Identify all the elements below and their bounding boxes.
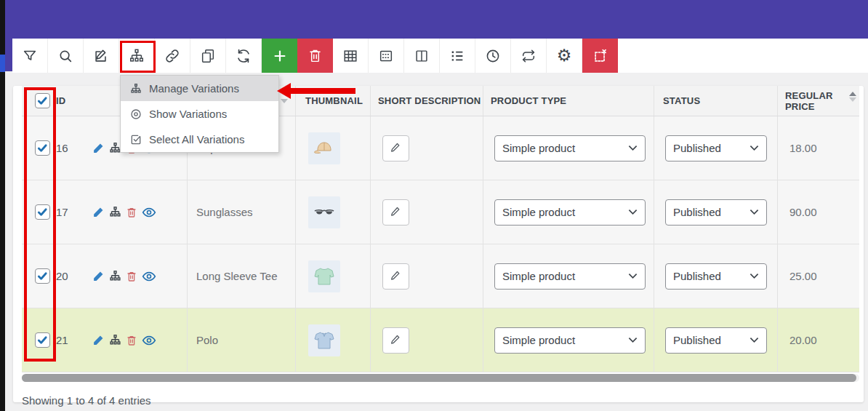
edit-description-button[interactable] [382, 135, 409, 161]
repeat-icon [521, 48, 537, 64]
polo-image [308, 324, 340, 356]
trash-icon [308, 48, 323, 63]
product-type-select[interactable]: Simple product [494, 199, 646, 226]
search-icon [57, 48, 73, 64]
clock-icon [485, 48, 501, 64]
columns-button[interactable] [404, 39, 440, 73]
chevron-down-icon [628, 337, 638, 343]
view-icon[interactable] [142, 333, 156, 348]
inline-edit-button[interactable] [369, 39, 404, 73]
status-select[interactable]: Published [665, 135, 767, 161]
add-product-button[interactable] [262, 39, 297, 73]
filter-button[interactable] [12, 39, 48, 73]
row-checkbox[interactable] [35, 332, 50, 348]
column-header-product-type[interactable]: PRODUCT TYPE [483, 86, 654, 116]
app-header [5, 0, 868, 39]
row-checkbox[interactable] [35, 268, 50, 284]
row-checkbox[interactable] [35, 204, 50, 220]
grid-icon [342, 48, 358, 64]
settings-button[interactable]: ⚙ [547, 39, 582, 73]
view-icon[interactable] [142, 269, 156, 284]
regular-price: 25.00 [778, 244, 859, 308]
menu-item-manage-variations[interactable]: Manage Variations [121, 76, 278, 101]
column-header-regular-price[interactable]: REGULAR PRICE [778, 86, 859, 116]
row-id: 21 [56, 334, 75, 346]
product-name: Sunglasses [188, 180, 296, 244]
edit-icon[interactable] [92, 270, 105, 282]
scrollbar-thumb[interactable] [22, 374, 856, 382]
refresh-button[interactable] [226, 39, 262, 73]
status-select[interactable]: Published [665, 263, 767, 290]
filter-icon [22, 48, 38, 64]
chevron-down-icon [628, 209, 638, 215]
gear-icon: ⚙ [557, 47, 572, 64]
cap-image [308, 132, 340, 164]
chevron-down-icon [750, 273, 759, 279]
edit-icon[interactable] [92, 142, 105, 154]
product-type-select[interactable]: Simple product [494, 135, 646, 161]
product-name: Long Sleeve Tee [188, 244, 296, 308]
chevron-down-icon [750, 145, 759, 151]
chevron-down-icon [750, 337, 759, 343]
view-icon[interactable] [142, 205, 156, 220]
status-select[interactable]: Published [665, 199, 767, 226]
history-button[interactable] [475, 39, 511, 73]
edit-description-button[interactable] [382, 327, 409, 354]
product-type-select[interactable]: Simple product [494, 263, 646, 290]
annotation-arrow-head [277, 83, 291, 99]
table-grid-button[interactable] [333, 39, 369, 73]
column-header-short-description[interactable]: SHORT DESCRIPTION [371, 86, 483, 116]
delete-button[interactable] [297, 39, 333, 73]
chevron-down-icon [628, 273, 638, 279]
edit-icon [93, 48, 109, 64]
menu-item-show-variations[interactable]: Show Variations [121, 101, 278, 127]
product-name: Polo [188, 308, 296, 372]
sitemap-icon [129, 48, 145, 64]
horizontal-scrollbar[interactable] [22, 374, 859, 382]
delete-icon[interactable] [126, 335, 137, 346]
variations-icon[interactable] [109, 206, 121, 218]
list-icon [449, 48, 465, 64]
link-button[interactable] [155, 39, 190, 73]
long-sleeve-tee-image [308, 260, 340, 292]
bulk-edit-button[interactable] [84, 39, 119, 73]
select-all-checkbox[interactable] [35, 93, 50, 108]
row-id: 20 [56, 270, 75, 282]
variations-icon[interactable] [109, 270, 121, 282]
variations-button[interactable] [119, 39, 155, 73]
check-square-icon [130, 134, 142, 145]
duplicate-button[interactable] [190, 39, 226, 73]
menu-item-select-all-variations[interactable]: Select All Variations [121, 127, 278, 152]
pencil-icon [390, 142, 402, 154]
eye-icon [130, 108, 142, 120]
row-checkbox[interactable] [35, 140, 50, 156]
entries-summary: Showing 1 to 4 of 4 entries [22, 394, 859, 407]
column-header-status[interactable]: STATUS [654, 86, 778, 116]
chevron-down-icon [628, 145, 638, 151]
regular-price: 90.00 [778, 180, 859, 244]
list-button[interactable] [440, 39, 475, 73]
edit-description-button[interactable] [382, 263, 409, 290]
edit-icon[interactable] [92, 206, 105, 218]
edit-icon[interactable] [92, 334, 105, 346]
chevron-down-icon [750, 209, 759, 215]
product-type-select[interactable]: Simple product [494, 327, 646, 354]
status-select[interactable]: Published [665, 327, 767, 354]
sync-button[interactable] [511, 39, 547, 73]
edit-description-button[interactable] [382, 199, 409, 226]
pencil-icon [390, 270, 402, 282]
link-icon [164, 48, 180, 64]
row-id: 16 [56, 142, 75, 154]
regular-price: 18.00 [778, 116, 859, 180]
copy-icon [200, 48, 216, 64]
sitemap-icon [130, 83, 142, 95]
toolbar: ⚙ [12, 39, 868, 73]
dashed-rows-icon [378, 48, 394, 64]
search-button[interactable] [48, 39, 84, 73]
variations-icon[interactable] [109, 334, 121, 346]
delete-icon[interactable] [126, 271, 137, 282]
refresh-icon [236, 48, 252, 64]
deselect-all-button[interactable] [582, 39, 618, 73]
sort-toggle-icon [849, 92, 856, 102]
delete-icon[interactable] [126, 207, 137, 218]
